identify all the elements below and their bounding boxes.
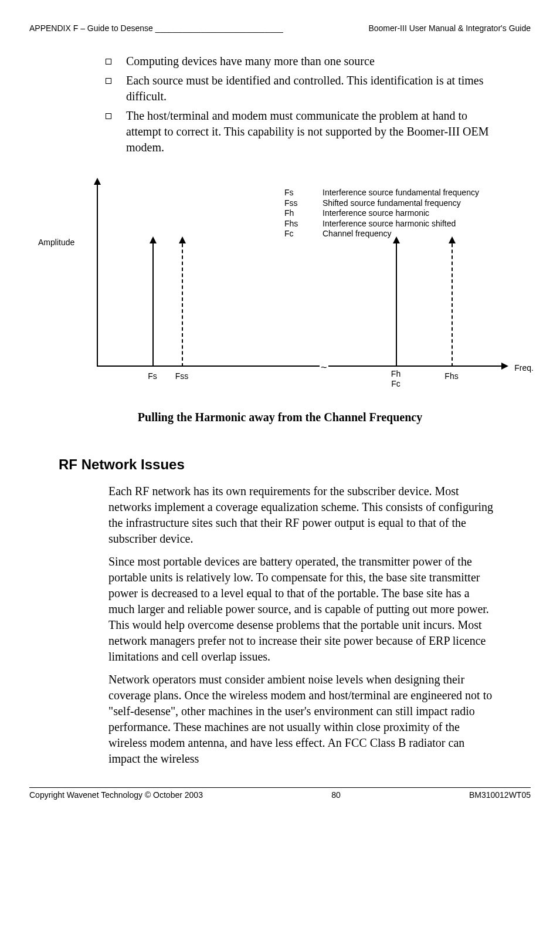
fss-label: Fss	[175, 371, 189, 381]
footer-center: 80	[331, 790, 341, 800]
x-axis	[97, 365, 507, 367]
legend-key: Fhs	[284, 219, 323, 229]
axis-break-icon: ~	[320, 361, 328, 374]
page-footer: Copyright Wavenet Technology © October 2…	[29, 790, 531, 800]
legend-row: FcChannel frequency	[284, 229, 479, 239]
fh-fc-label: Fh Fc	[391, 369, 401, 389]
legend-key: Fh	[284, 208, 323, 219]
legend-key: Fc	[284, 229, 323, 239]
legend-row: FsInterference source fundamental freque…	[284, 188, 479, 198]
list-item: Computing devices have many more than on…	[106, 53, 495, 69]
page-header: APPENDIX F – Guide to Desense __________…	[29, 23, 531, 33]
square-bullet-icon	[106, 113, 111, 119]
header-left: APPENDIX F – Guide to Desense __________…	[29, 23, 283, 33]
section-heading: RF Network Issues	[59, 456, 531, 473]
fs-label: Fs	[148, 371, 157, 381]
body-paragraph: Since most portable devices are battery …	[108, 554, 495, 665]
fs-arrow	[152, 238, 154, 367]
x-axis-label: Freq.	[514, 363, 534, 373]
body-paragraph: Each RF network has its own requirements…	[108, 483, 495, 547]
legend-key: Fss	[284, 198, 323, 209]
legend-row: FhInterference source harmonic	[284, 208, 479, 219]
frequency-diagram: Amplitude ~ Freq. Fs Fss Fh Fc Fhs FsInt…	[35, 173, 531, 390]
legend-row: FhsInterference source harmonic shifted	[284, 219, 479, 229]
list-item-text: Computing devices have many more than on…	[126, 53, 375, 69]
header-right: Boomer-III User Manual & Integrator's Gu…	[368, 23, 531, 33]
square-bullet-icon	[106, 59, 111, 65]
list-item: Each source must be identified and contr…	[106, 73, 495, 104]
body-paragraph: Network operators must consider ambient …	[108, 672, 495, 767]
figure-caption: Pulling the Harmonic away from the Chann…	[29, 411, 531, 424]
legend-desc: Interference source harmonic	[323, 208, 429, 219]
list-item-text: Each source must be identified and contr…	[126, 73, 495, 104]
y-axis-label: Amplitude	[38, 238, 74, 247]
list-item: The host/terminal and modem must communi…	[106, 108, 495, 155]
y-axis	[97, 179, 98, 367]
bullet-list: Computing devices have many more than on…	[106, 53, 495, 155]
legend-key: Fs	[284, 188, 323, 198]
legend-desc: Interference source harmonic shifted	[323, 219, 456, 229]
fss-arrow	[182, 238, 183, 367]
legend: FsInterference source fundamental freque…	[284, 188, 479, 239]
fhs-arrow	[452, 238, 453, 367]
footer-divider	[29, 787, 531, 788]
fhs-label: Fhs	[444, 371, 458, 381]
legend-desc: Channel frequency	[323, 229, 392, 239]
footer-left: Copyright Wavenet Technology © October 2…	[29, 790, 203, 800]
legend-desc: Shifted source fundamental frequency	[323, 198, 461, 209]
footer-right: BM310012WT05	[469, 790, 531, 800]
fh-arrow	[396, 238, 397, 367]
legend-row: FssShifted source fundamental frequency	[284, 198, 479, 209]
legend-desc: Interference source fundamental frequenc…	[323, 188, 479, 198]
list-item-text: The host/terminal and modem must communi…	[126, 108, 495, 155]
square-bullet-icon	[106, 78, 111, 84]
